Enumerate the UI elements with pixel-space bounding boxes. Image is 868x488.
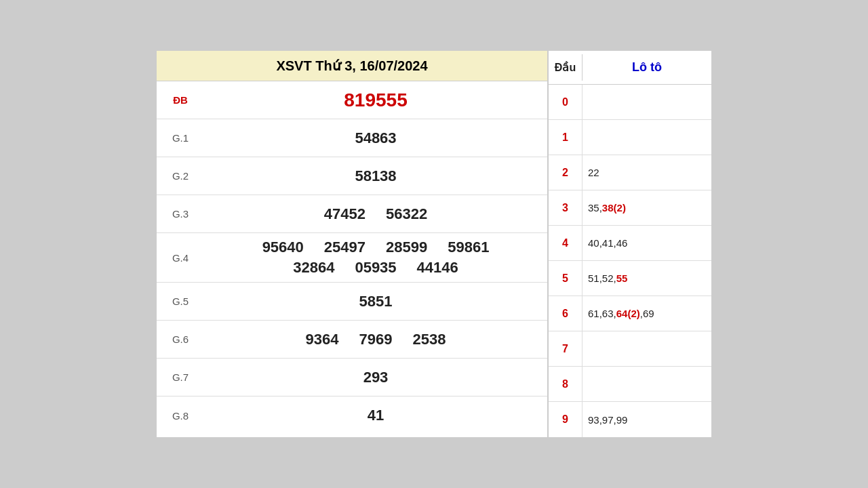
row-values: 41 <box>204 401 547 430</box>
loto-values-cell: 40, 41, 46 <box>583 233 711 253</box>
loto-value: 93 <box>588 414 599 426</box>
loto-values-cell <box>583 98 711 106</box>
lottery-row: G.34745256322 <box>157 195 547 233</box>
loto-row: 222 <box>549 155 711 190</box>
loto-row: 440, 41, 46 <box>549 226 711 261</box>
loto-row: 7 <box>549 331 711 367</box>
row-label: G.4 <box>157 247 204 269</box>
loto-row: 8 <box>549 367 711 402</box>
loto-row: 551, 52, 55 <box>549 261 711 296</box>
loto-section: Đầu Lô tô 01222335, 38(2)440, 41, 46551,… <box>549 51 711 437</box>
loto-values-cell <box>583 345 711 353</box>
row-values: 4745256322 <box>204 200 547 228</box>
loto-value: 55 <box>616 272 628 284</box>
loto-value: 97 <box>602 414 614 426</box>
loto-value: 61 <box>588 308 599 319</box>
row-values: 936479692538 <box>204 325 547 354</box>
row-label: G.3 <box>157 203 204 225</box>
loto-value: 38(2) <box>602 202 626 214</box>
loto-dau-cell: 1 <box>549 120 583 155</box>
loto-dau-cell: 8 <box>549 367 583 401</box>
loto-dau-cell: 7 <box>549 331 583 366</box>
row-label: G.1 <box>157 127 204 149</box>
loto-values-cell <box>583 134 711 142</box>
lottery-row: G.258138 <box>157 157 547 195</box>
loto-dau-cell: 5 <box>549 261 583 296</box>
loto-values-cell: 22 <box>583 163 711 182</box>
loto-value: 64(2) <box>616 308 640 319</box>
loto-value: 52 <box>602 272 614 284</box>
lottery-row: G.6936479692538 <box>157 321 547 359</box>
row-label: G.5 <box>157 290 204 312</box>
loto-value: 35 <box>588 202 599 214</box>
row-values: 5851 <box>204 287 547 316</box>
loto-values-cell: 51, 52, 55 <box>583 268 711 288</box>
loto-dau-cell: 9 <box>549 402 583 437</box>
loto-value: 46 <box>616 237 628 249</box>
lottery-row: G.154863 <box>157 119 547 157</box>
loto-dau-cell: 4 <box>549 226 583 260</box>
loto-value: 99 <box>616 414 628 426</box>
loto-row: 1 <box>549 120 711 155</box>
loto-header: Đầu Lô tô <box>549 51 711 85</box>
loto-dau-cell: 3 <box>549 190 583 225</box>
loto-dau-cell: 2 <box>549 155 583 190</box>
loto-dau-header: Đầu <box>549 54 583 81</box>
loto-values-cell: 61, 63, 64(2), 69 <box>583 304 711 323</box>
row-values: 58138 <box>204 162 547 190</box>
loto-row: 993, 97, 99 <box>549 402 711 437</box>
row-values: 54863 <box>204 124 547 152</box>
loto-row: 661, 63, 64(2), 69 <box>549 296 711 331</box>
loto-value: 40 <box>588 237 599 249</box>
lottery-section: XSVT Thứ 3, 16/07/2024 ĐB819555G.154863G… <box>157 51 549 437</box>
loto-row: 335, 38(2) <box>549 190 711 226</box>
row-label: ĐB <box>157 89 204 111</box>
main-container: XSVT Thứ 3, 16/07/2024 ĐB819555G.154863G… <box>156 50 712 438</box>
lottery-row: G.7293 <box>157 359 547 396</box>
loto-value: 63 <box>602 308 614 319</box>
row-values: 95640254972859959861328640593544146 <box>204 233 547 282</box>
loto-value: 51 <box>588 272 599 284</box>
lottery-title: XSVT Thứ 3, 16/07/2024 <box>157 51 547 81</box>
loto-values-cell: 93, 97, 99 <box>583 410 711 430</box>
loto-dau-cell: 6 <box>549 296 583 331</box>
loto-dau-cell: 0 <box>549 85 583 119</box>
row-label: G.8 <box>157 405 204 427</box>
lottery-row: G.495640254972859959861328640593544146 <box>157 233 547 283</box>
loto-row: 0 <box>549 85 711 120</box>
row-label: G.7 <box>157 366 204 388</box>
row-label: G.2 <box>157 165 204 187</box>
loto-loto-header: Lô tô <box>583 54 711 81</box>
row-values: 293 <box>204 363 547 392</box>
loto-value: 41 <box>602 237 614 249</box>
lottery-row: G.55851 <box>157 283 547 321</box>
loto-values-cell: 35, 38(2) <box>583 198 711 218</box>
lottery-row: G.841 <box>157 396 547 434</box>
loto-values-cell <box>583 380 711 388</box>
lottery-row: ĐB819555 <box>157 81 547 119</box>
loto-value: 69 <box>643 308 654 319</box>
row-label: G.6 <box>157 328 204 350</box>
row-values: 819555 <box>204 84 547 117</box>
loto-value: 22 <box>588 167 599 178</box>
